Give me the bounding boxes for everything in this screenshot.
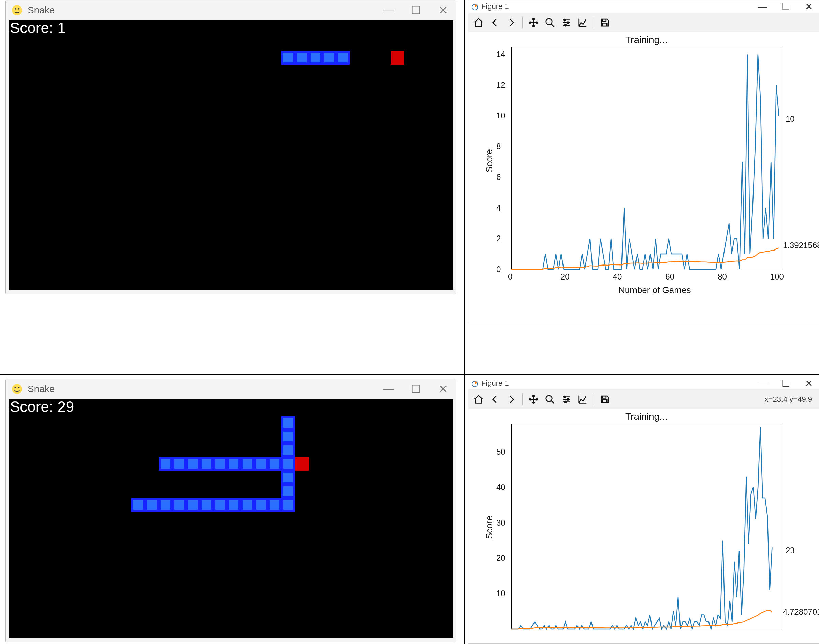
- window-title: Figure 1: [481, 2, 509, 11]
- food: [295, 457, 309, 471]
- maximize-button[interactable]: ☐: [408, 383, 423, 396]
- snake-segment: [213, 498, 227, 512]
- window-title: Snake: [28, 5, 55, 16]
- svg-point-8: [564, 19, 566, 21]
- pygame-logo-icon: [11, 383, 23, 395]
- svg-point-3: [12, 384, 22, 394]
- series-end-label-score: 10: [785, 114, 795, 124]
- pygame-logo-icon: [11, 5, 23, 16]
- food: [390, 51, 404, 64]
- configure-icon[interactable]: [559, 393, 573, 406]
- x-tick: 100: [770, 272, 784, 282]
- snake-segment: [295, 51, 309, 64]
- x-tick: 80: [718, 272, 727, 282]
- figure-window-top: Figure 1 — ☐ ✕ Training... Score Number …: [468, 0, 819, 323]
- zoom-icon[interactable]: [543, 16, 557, 29]
- snake-segment: [172, 457, 186, 471]
- matplotlib-icon: [472, 3, 478, 9]
- minimize-button[interactable]: —: [756, 1, 769, 12]
- svg-point-7: [546, 19, 552, 25]
- plot-area: Training... Score Number of Games 10 1.3…: [468, 32, 819, 322]
- series-end-label-mean: 4.728070175: [783, 607, 819, 617]
- series-end-label-score: 23: [785, 546, 795, 555]
- save-icon[interactable]: [598, 16, 612, 29]
- home-icon[interactable]: [472, 16, 485, 29]
- forward-icon[interactable]: [505, 393, 518, 406]
- snake-segment: [159, 498, 172, 512]
- move-icon[interactable]: [527, 16, 540, 29]
- toolbar-separator: [594, 17, 594, 28]
- svg-point-4: [15, 387, 16, 388]
- plot-area: Training... Score 23 4.728070175 1020304…: [468, 409, 819, 643]
- snake-segment: [282, 416, 295, 430]
- svg-point-0: [12, 5, 22, 15]
- close-button[interactable]: ✕: [436, 4, 451, 17]
- forward-icon[interactable]: [505, 16, 518, 29]
- snake-segment: [186, 498, 199, 512]
- snake-segment: [282, 457, 295, 471]
- series-score: [511, 427, 772, 629]
- toolbar-separator: [522, 17, 523, 28]
- chart-lines: [468, 409, 785, 632]
- snake-segment: [322, 51, 336, 64]
- svg-point-2: [18, 8, 20, 9]
- home-icon[interactable]: [472, 393, 485, 406]
- window-title: Figure 1: [481, 379, 509, 388]
- x-tick: 0: [508, 272, 512, 282]
- snake-segment: [282, 498, 295, 512]
- toolbar-separator: [522, 394, 523, 405]
- minimize-button[interactable]: —: [756, 378, 769, 389]
- snake-segment: [268, 457, 282, 471]
- snake-window-top: Snake — ☐ ✕ Score: 1: [5, 0, 456, 294]
- svg-point-13: [564, 396, 566, 397]
- back-icon[interactable]: [488, 16, 502, 29]
- svg-point-10: [565, 24, 566, 26]
- snake-segment: [282, 430, 295, 443]
- axes-icon[interactable]: [576, 16, 589, 29]
- save-icon[interactable]: [598, 393, 612, 406]
- svg-point-15: [565, 401, 566, 403]
- axes-icon[interactable]: [576, 393, 589, 406]
- svg-point-12: [546, 396, 552, 402]
- figure-toolbar: [468, 13, 819, 32]
- toolbar-separator: [594, 394, 594, 405]
- close-button[interactable]: ✕: [802, 378, 816, 389]
- close-button[interactable]: ✕: [436, 383, 451, 396]
- snake-segment: [172, 498, 186, 512]
- minimize-button[interactable]: —: [381, 4, 396, 17]
- layout-divider-horizontal: [0, 374, 819, 376]
- snake-segment: [336, 51, 350, 64]
- snake-segment: [268, 498, 282, 512]
- maximize-button[interactable]: ☐: [408, 4, 423, 17]
- snake-segment: [227, 498, 240, 512]
- snake-segment: [227, 457, 240, 471]
- score-label: Score: 1: [10, 20, 66, 37]
- snake-segment: [213, 457, 227, 471]
- snake-window-bottom: Snake — ☐ ✕ Score: 29: [5, 379, 456, 642]
- snake-segment: [254, 457, 268, 471]
- svg-point-5: [18, 387, 20, 388]
- snake-segment: [199, 498, 213, 512]
- maximize-button[interactable]: ☐: [779, 1, 792, 12]
- minimize-button[interactable]: —: [381, 383, 396, 396]
- back-icon[interactable]: [488, 393, 502, 406]
- snake-segment: [254, 498, 268, 512]
- series-end-label-mean: 1.39215686: [783, 241, 819, 250]
- coord-readout: x=23.4 y=49.9: [765, 395, 816, 404]
- x-tick: 20: [560, 272, 569, 282]
- snake-segment: [186, 457, 199, 471]
- move-icon[interactable]: [527, 393, 540, 406]
- snake-segment: [309, 51, 322, 64]
- matplotlib-icon: [472, 380, 478, 386]
- figure-toolbar: x=23.4 y=49.9: [468, 390, 819, 409]
- snake-segment: [240, 457, 254, 471]
- snake-segment: [145, 498, 159, 512]
- maximize-button[interactable]: ☐: [779, 378, 792, 389]
- figure-window-bottom: Figure 1 — ☐ ✕ x=23.4 y=49.9 Training...…: [468, 377, 819, 644]
- snake-segment: [282, 51, 295, 64]
- snake-segment: [282, 443, 295, 457]
- close-button[interactable]: ✕: [802, 1, 816, 12]
- zoom-icon[interactable]: [543, 393, 557, 406]
- snake-segment: [282, 471, 295, 484]
- configure-icon[interactable]: [559, 16, 573, 29]
